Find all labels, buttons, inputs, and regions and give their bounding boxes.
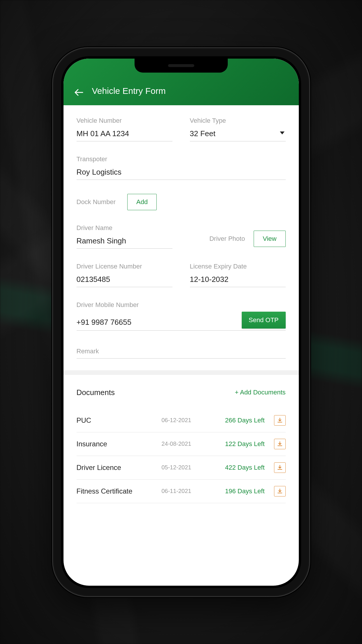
phone-bezel: Vehicle Entry Form Vehicle Number MH 01 … [61,56,301,588]
document-days-left: 196 Days Left [206,487,265,495]
document-row: Driver Licence05-12-2021422 Days Left [77,456,286,480]
vehicle-number-input[interactable]: MH 01 AA 1234 [77,127,172,141]
view-photo-button[interactable]: View [254,231,285,247]
remark-field: Remark [77,345,286,359]
download-icon[interactable] [274,486,286,496]
document-name: Insurance [77,440,147,448]
documents-list: PUC06-12-2021266 Days LeftInsurance24-08… [77,409,286,503]
add-dock-button[interactable]: Add [127,194,157,210]
vehicle-type-label: Vehicle Type [190,117,286,124]
transporter-field: Transpoter Roy Logistics [77,155,286,180]
license-expiry-input[interactable]: 12-10-2032 [190,273,286,287]
document-row: PUC06-12-2021266 Days Left [77,409,286,432]
vehicle-number-label: Vehicle Number [77,117,172,124]
remark-placeholder: Remark [77,348,99,355]
vehicle-type-field: Vehicle Type 32 Feet [190,117,286,141]
document-days-left: 422 Days Left [206,464,265,471]
driver-photo-group: Driver Photo View [190,231,286,249]
download-icon[interactable] [274,439,286,449]
document-date: 06-11-2021 [150,488,203,494]
page-title: Vehicle Entry Form [92,86,166,96]
vehicle-number-field: Vehicle Number MH 01 AA 1234 [77,117,172,141]
driver-license-input[interactable]: 02135485 [77,273,172,287]
transporter-label: Transpoter [77,155,286,163]
document-date: 24-08-2021 [150,441,203,447]
document-date: 06-12-2021 [150,417,203,424]
driver-name-input[interactable]: Ramesh Singh [77,235,172,249]
driver-mobile-input[interactable]: +91 9987 76655 [77,318,236,327]
form-content: Vehicle Number MH 01 AA 1234 Vehicle Typ… [63,105,299,518]
vehicle-type-select[interactable]: 32 Feet [190,127,286,141]
add-documents-button[interactable]: + Add Documents [235,389,285,396]
driver-license-label: Driver License Number [77,263,172,270]
document-days-left: 266 Days Left [206,417,265,424]
driver-license-field: Driver License Number 02135485 [77,263,172,287]
document-name: PUC [77,416,147,424]
driver-mobile-label: Driver Mobile Number [77,301,286,309]
remark-input[interactable]: Remark [77,345,286,359]
document-row: Fitness Certificate06-11-2021196 Days Le… [77,480,286,503]
send-otp-button[interactable]: Send OTP [242,312,286,329]
document-date: 05-12-2021 [150,464,203,471]
dock-number-label: Dock Number [77,198,116,206]
document-name: Driver Licence [77,464,147,472]
phone-screen: Vehicle Entry Form Vehicle Number MH 01 … [63,59,299,586]
document-days-left: 122 Days Left [206,440,265,448]
phone-frame: Vehicle Entry Form Vehicle Number MH 01 … [53,48,309,596]
document-row: Insurance24-08-2021122 Days Left [77,432,286,456]
documents-title: Documents [77,388,115,397]
back-arrow-icon[interactable] [75,89,83,96]
document-name: Fitness Certificate [77,487,147,495]
download-icon[interactable] [274,415,286,426]
transporter-input[interactable]: Roy Logistics [77,166,286,180]
license-expiry-label: License Expiry Date [190,263,286,270]
driver-name-field: Driver Name Ramesh Singh [77,224,172,249]
license-expiry-field: License Expiry Date 12-10-2032 [190,263,286,287]
driver-photo-label: Driver Photo [209,235,245,243]
dock-number-row: Dock Number Add [77,194,286,210]
driver-mobile-field: Driver Mobile Number +91 9987 76655 Send… [77,301,286,331]
section-divider [63,370,299,375]
documents-header: Documents + Add Documents [77,388,286,397]
driver-name-label: Driver Name [77,224,172,232]
download-icon[interactable] [274,462,286,473]
phone-notch [135,59,228,73]
